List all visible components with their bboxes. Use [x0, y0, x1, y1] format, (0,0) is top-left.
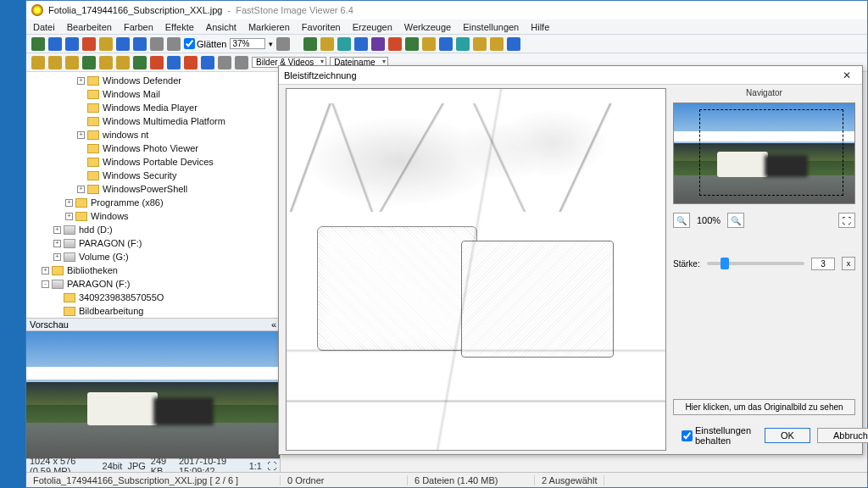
expand-icon[interactable]: +	[42, 267, 49, 274]
undo-icon[interactable]	[99, 37, 113, 51]
slider-knob[interactable]	[721, 258, 729, 269]
fullscreen-icon[interactable]: ⛶	[267, 461, 276, 471]
remove-icon[interactable]	[184, 56, 198, 69]
smooth-checkbox[interactable]: Glätten	[184, 38, 226, 49]
menu-einstellungen[interactable]: Einstellungen	[463, 22, 519, 32]
expand-icon[interactable]: +	[53, 226, 61, 234]
expand-icon[interactable]: +	[65, 199, 73, 207]
refresh-icon[interactable]	[82, 56, 96, 69]
expand-icon[interactable]: +	[65, 213, 73, 220]
menu-farben[interactable]: Farben	[124, 22, 153, 32]
tree-row[interactable]: +WindowsPowerShell	[26, 182, 280, 196]
tree-row[interactable]: +Windows Defender	[26, 74, 280, 87]
show-original-button[interactable]: Hier klicken, um das Originalbild zu seh…	[673, 399, 855, 415]
navigator-viewport[interactable]	[699, 109, 843, 195]
tree-row[interactable]: Windows Portable Devices	[26, 155, 280, 169]
print-icon[interactable]	[490, 37, 504, 51]
expand-icon[interactable]: +	[77, 131, 85, 139]
settings-icon[interactable]	[507, 37, 520, 51]
menu-datei[interactable]: Datei	[33, 22, 55, 32]
folder2-icon[interactable]	[99, 56, 113, 69]
tag2-icon[interactable]	[150, 56, 164, 69]
menu-ansicht[interactable]: Ansicht	[206, 22, 236, 32]
effect-preview-canvas[interactable]	[286, 88, 666, 451]
view2-icon[interactable]	[235, 56, 248, 69]
view1-icon[interactable]	[218, 56, 231, 69]
tool7-icon[interactable]	[405, 37, 419, 51]
tree-row[interactable]: +windows nt	[26, 128, 280, 141]
preview-pane[interactable]	[26, 331, 280, 458]
tree-row[interactable]: Windows Photo Viewer	[26, 141, 280, 155]
tree-row[interactable]: +hdd (D:)	[26, 223, 280, 236]
save-icon[interactable]	[48, 37, 62, 51]
tool2-icon[interactable]	[320, 37, 334, 51]
folder-up-icon[interactable]	[31, 56, 45, 69]
tree-row[interactable]: Windows Multimedia Platform	[26, 114, 280, 128]
tool1-icon[interactable]	[303, 37, 317, 51]
wand-icon[interactable]	[276, 37, 290, 51]
delete-icon[interactable]	[82, 37, 96, 51]
folder-icon[interactable]	[48, 56, 62, 69]
strength-reset-button[interactable]: x	[842, 257, 855, 270]
menu-markieren[interactable]: Markieren	[248, 22, 290, 32]
dropdown-icon[interactable]: ▾	[269, 40, 273, 48]
menu-bearbeiten[interactable]: Bearbeiten	[67, 22, 112, 32]
zoom-out-icon[interactable]	[150, 37, 164, 51]
menu-effekte[interactable]: Effekte	[165, 22, 194, 32]
strength-slider[interactable]	[707, 262, 804, 265]
menu-erzeugen[interactable]: Erzeugen	[353, 22, 392, 32]
back-icon[interactable]	[116, 37, 130, 51]
tree-label: Windows Mail	[103, 89, 160, 99]
dialog-titlebar[interactable]: Bleistiftzeichnung ✕	[279, 66, 862, 85]
tool9-icon[interactable]	[439, 37, 453, 51]
expand-icon[interactable]: -	[42, 280, 49, 288]
tool3-icon[interactable]	[337, 37, 351, 51]
tool4-icon[interactable]	[354, 37, 368, 51]
cancel-button[interactable]: Abbruch	[817, 428, 868, 443]
zoom-combo[interactable]: 37%	[230, 38, 265, 49]
menu-favoriten[interactable]: Favoriten	[302, 22, 341, 32]
collapse-icon[interactable]: «	[271, 319, 276, 330]
email-icon[interactable]	[473, 37, 487, 51]
expand-icon[interactable]: +	[77, 186, 85, 193]
zoom-fit-button[interactable]: ⛶	[838, 213, 855, 228]
tool10-icon[interactable]	[456, 37, 470, 51]
folder-tree[interactable]: +Windows DefenderWindows MailWindows Med…	[26, 72, 280, 318]
tree-row[interactable]: Windows Security	[26, 169, 280, 182]
tree-row[interactable]: Windows Mail	[26, 87, 280, 101]
expand-icon[interactable]: +	[77, 77, 85, 85]
tree-row[interactable]: 340923983857055O	[26, 291, 280, 304]
tree-row[interactable]: +Programme (x86)	[26, 196, 280, 209]
forward-icon[interactable]	[133, 37, 147, 51]
zoom-out-button[interactable]: 🔍	[727, 213, 744, 228]
saveas-icon[interactable]	[65, 37, 79, 51]
acquire-icon[interactable]	[31, 37, 45, 51]
menu-hilfe[interactable]: Hilfe	[531, 22, 549, 32]
strength-spinbox[interactable]: 3	[811, 258, 835, 270]
menu-werkzeuge[interactable]: Werkzeuge	[404, 22, 451, 32]
tag1-icon[interactable]	[133, 56, 147, 69]
keep-settings-checkbox[interactable]: Einstellungen behalten	[682, 425, 751, 446]
tree-row[interactable]: +Windows	[26, 209, 280, 223]
tree-row[interactable]: +Bibliotheken	[26, 263, 280, 277]
titlebar[interactable]: Fotolia_174944166_Subscription_XXL.jpg -…	[26, 1, 867, 19]
fav-icon[interactable]	[65, 56, 79, 69]
tree-row[interactable]: Bildbearbeitung	[26, 304, 280, 318]
tag3-icon[interactable]	[167, 56, 181, 69]
tree-row[interactable]: +Volume (G:)	[26, 250, 280, 263]
navigator-thumb[interactable]	[673, 103, 855, 204]
tree-row[interactable]: Windows Media Player	[26, 101, 280, 114]
zoom-in-icon[interactable]	[167, 37, 181, 51]
expand-icon[interactable]: +	[53, 240, 61, 247]
tree-row[interactable]: +PARAGON (F:)	[26, 236, 280, 250]
expand-icon[interactable]: +	[53, 253, 61, 261]
tool6-icon[interactable]	[388, 37, 402, 51]
folder3-icon[interactable]	[116, 56, 130, 69]
tool5-icon[interactable]	[371, 37, 385, 51]
tool8-icon[interactable]	[422, 37, 436, 51]
zoom-in-button[interactable]: 🔍	[673, 213, 690, 228]
close-icon[interactable]: ✕	[837, 68, 857, 83]
selectall-icon[interactable]	[201, 56, 214, 69]
tree-row[interactable]: -PARAGON (F:)	[26, 277, 280, 291]
ok-button[interactable]: OK	[765, 428, 810, 443]
